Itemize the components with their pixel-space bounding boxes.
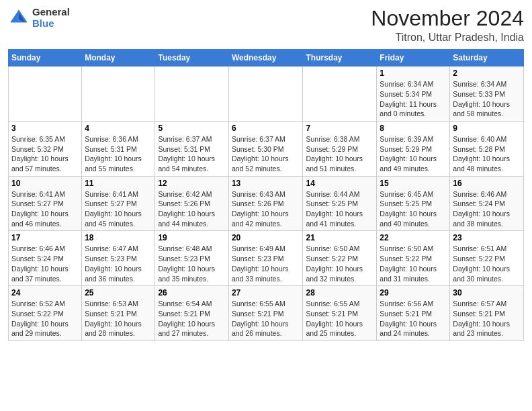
calendar-week-row: 17Sunrise: 6:46 AMSunset: 5:24 PMDayligh… xyxy=(9,231,524,286)
weekday-header: Thursday xyxy=(303,50,377,66)
weekday-header: Friday xyxy=(377,50,450,66)
calendar-cell: 10Sunrise: 6:41 AMSunset: 5:27 PMDayligh… xyxy=(9,176,82,231)
calendar-cell: 11Sunrise: 6:41 AMSunset: 5:27 PMDayligh… xyxy=(82,176,155,231)
day-info: Sunrise: 6:35 AMSunset: 5:32 PMDaylight:… xyxy=(11,134,79,174)
calendar-cell: 26Sunrise: 6:54 AMSunset: 5:21 PMDayligh… xyxy=(155,286,228,341)
day-info: Sunrise: 6:50 AMSunset: 5:22 PMDaylight:… xyxy=(306,244,373,283)
day-number: 9 xyxy=(453,124,521,133)
day-number: 17 xyxy=(11,233,79,242)
day-number: 1 xyxy=(380,68,447,78)
calendar-header-row: SundayMondayTuesdayWednesdayThursdayFrid… xyxy=(9,50,524,66)
logo-general: General xyxy=(32,7,70,18)
page: General Blue November 2024 Titron, Uttar… xyxy=(0,0,532,348)
weekday-header: Wednesday xyxy=(228,50,303,66)
calendar-week-row: 10Sunrise: 6:41 AMSunset: 5:27 PMDayligh… xyxy=(9,176,524,231)
calendar-cell: 1Sunrise: 6:34 AMSunset: 5:34 PMDaylight… xyxy=(377,66,450,122)
day-info: Sunrise: 6:55 AMSunset: 5:21 PMDaylight:… xyxy=(232,299,300,338)
day-info: Sunrise: 6:57 AMSunset: 5:21 PMDaylight:… xyxy=(453,299,521,338)
day-info: Sunrise: 6:44 AMSunset: 5:25 PMDaylight:… xyxy=(306,189,373,229)
day-info: Sunrise: 6:56 AMSunset: 5:21 PMDaylight:… xyxy=(380,299,447,338)
day-number: 18 xyxy=(85,233,152,242)
weekday-header: Sunday xyxy=(9,50,82,66)
day-info: Sunrise: 6:37 AMSunset: 5:30 PMDaylight:… xyxy=(232,134,300,174)
logo: General Blue xyxy=(8,7,70,29)
calendar-cell: 24Sunrise: 6:52 AMSunset: 5:22 PMDayligh… xyxy=(9,286,82,341)
weekday-header: Tuesday xyxy=(155,50,228,66)
day-number: 8 xyxy=(380,124,447,133)
calendar-cell: 15Sunrise: 6:45 AMSunset: 5:25 PMDayligh… xyxy=(377,176,450,231)
day-info: Sunrise: 6:34 AMSunset: 5:33 PMDaylight:… xyxy=(453,79,521,119)
day-info: Sunrise: 6:40 AMSunset: 5:28 PMDaylight:… xyxy=(453,134,521,174)
calendar-cell: 29Sunrise: 6:56 AMSunset: 5:21 PMDayligh… xyxy=(377,286,450,341)
day-info: Sunrise: 6:45 AMSunset: 5:25 PMDaylight:… xyxy=(380,189,447,229)
day-info: Sunrise: 6:37 AMSunset: 5:31 PMDaylight:… xyxy=(158,134,225,174)
calendar-cell: 4Sunrise: 6:36 AMSunset: 5:31 PMDaylight… xyxy=(82,121,155,176)
calendar-week-row: 24Sunrise: 6:52 AMSunset: 5:22 PMDayligh… xyxy=(9,286,524,341)
day-number: 28 xyxy=(306,288,373,298)
day-info: Sunrise: 6:41 AMSunset: 5:27 PMDaylight:… xyxy=(11,189,79,229)
day-number: 4 xyxy=(85,124,152,133)
day-info: Sunrise: 6:41 AMSunset: 5:27 PMDaylight:… xyxy=(85,189,152,229)
day-number: 13 xyxy=(232,179,300,188)
location-title: Titron, Uttar Pradesh, India xyxy=(371,32,524,44)
day-number: 30 xyxy=(453,288,521,298)
day-info: Sunrise: 6:49 AMSunset: 5:23 PMDaylight:… xyxy=(232,244,300,283)
calendar-cell: 18Sunrise: 6:47 AMSunset: 5:23 PMDayligh… xyxy=(82,231,155,286)
calendar-cell: 2Sunrise: 6:34 AMSunset: 5:33 PMDaylight… xyxy=(450,66,524,122)
day-number: 26 xyxy=(158,288,225,298)
month-title: November 2024 xyxy=(371,7,524,30)
day-info: Sunrise: 6:50 AMSunset: 5:22 PMDaylight:… xyxy=(380,244,447,283)
calendar-cell xyxy=(303,66,377,122)
day-info: Sunrise: 6:43 AMSunset: 5:26 PMDaylight:… xyxy=(232,189,300,229)
day-number: 2 xyxy=(453,68,521,78)
calendar-cell: 14Sunrise: 6:44 AMSunset: 5:25 PMDayligh… xyxy=(303,176,377,231)
calendar-cell: 8Sunrise: 6:39 AMSunset: 5:29 PMDaylight… xyxy=(377,121,450,176)
calendar-cell: 30Sunrise: 6:57 AMSunset: 5:21 PMDayligh… xyxy=(450,286,524,341)
calendar-week-row: 3Sunrise: 6:35 AMSunset: 5:32 PMDaylight… xyxy=(9,121,524,176)
calendar-cell xyxy=(9,66,82,122)
calendar-cell xyxy=(155,66,228,122)
day-number: 5 xyxy=(158,124,225,133)
calendar-cell: 19Sunrise: 6:48 AMSunset: 5:23 PMDayligh… xyxy=(155,231,228,286)
day-info: Sunrise: 6:55 AMSunset: 5:21 PMDaylight:… xyxy=(306,299,373,338)
day-number: 15 xyxy=(380,179,447,188)
calendar-cell: 20Sunrise: 6:49 AMSunset: 5:23 PMDayligh… xyxy=(228,231,303,286)
calendar-cell: 22Sunrise: 6:50 AMSunset: 5:22 PMDayligh… xyxy=(377,231,450,286)
calendar-cell: 28Sunrise: 6:55 AMSunset: 5:21 PMDayligh… xyxy=(303,286,377,341)
day-number: 12 xyxy=(158,179,225,188)
header: General Blue November 2024 Titron, Uttar… xyxy=(8,7,524,44)
day-info: Sunrise: 6:48 AMSunset: 5:23 PMDaylight:… xyxy=(158,244,225,283)
day-number: 16 xyxy=(453,179,521,188)
day-number: 23 xyxy=(453,233,521,242)
day-info: Sunrise: 6:54 AMSunset: 5:21 PMDaylight:… xyxy=(158,299,225,338)
calendar-cell: 21Sunrise: 6:50 AMSunset: 5:22 PMDayligh… xyxy=(303,231,377,286)
day-number: 14 xyxy=(306,179,373,188)
day-number: 6 xyxy=(232,124,300,133)
calendar-cell: 16Sunrise: 6:46 AMSunset: 5:24 PMDayligh… xyxy=(450,176,524,231)
calendar-week-row: 1Sunrise: 6:34 AMSunset: 5:34 PMDaylight… xyxy=(9,66,524,122)
calendar-cell: 9Sunrise: 6:40 AMSunset: 5:28 PMDaylight… xyxy=(450,121,524,176)
logo-icon xyxy=(8,7,30,29)
day-number: 25 xyxy=(85,288,152,298)
day-number: 24 xyxy=(11,288,79,298)
day-info: Sunrise: 6:39 AMSunset: 5:29 PMDaylight:… xyxy=(380,134,447,174)
calendar-cell: 25Sunrise: 6:53 AMSunset: 5:21 PMDayligh… xyxy=(82,286,155,341)
day-info: Sunrise: 6:42 AMSunset: 5:26 PMDaylight:… xyxy=(158,189,225,229)
calendar-table: SundayMondayTuesdayWednesdayThursdayFrid… xyxy=(8,49,524,341)
calendar-cell: 6Sunrise: 6:37 AMSunset: 5:30 PMDaylight… xyxy=(228,121,303,176)
day-info: Sunrise: 6:53 AMSunset: 5:21 PMDaylight:… xyxy=(85,299,152,338)
day-info: Sunrise: 6:34 AMSunset: 5:34 PMDaylight:… xyxy=(380,79,447,119)
calendar-cell xyxy=(82,66,155,122)
calendar-cell: 17Sunrise: 6:46 AMSunset: 5:24 PMDayligh… xyxy=(9,231,82,286)
day-number: 29 xyxy=(380,288,447,298)
day-number: 22 xyxy=(380,233,447,242)
weekday-header: Monday xyxy=(82,50,155,66)
logo-blue: Blue xyxy=(32,18,70,30)
calendar-cell: 7Sunrise: 6:38 AMSunset: 5:29 PMDaylight… xyxy=(303,121,377,176)
day-number: 3 xyxy=(11,124,79,133)
day-info: Sunrise: 6:51 AMSunset: 5:22 PMDaylight:… xyxy=(453,244,521,283)
calendar-cell: 27Sunrise: 6:55 AMSunset: 5:21 PMDayligh… xyxy=(228,286,303,341)
calendar-cell: 3Sunrise: 6:35 AMSunset: 5:32 PMDaylight… xyxy=(9,121,82,176)
day-number: 7 xyxy=(306,124,373,133)
calendar-cell: 23Sunrise: 6:51 AMSunset: 5:22 PMDayligh… xyxy=(450,231,524,286)
